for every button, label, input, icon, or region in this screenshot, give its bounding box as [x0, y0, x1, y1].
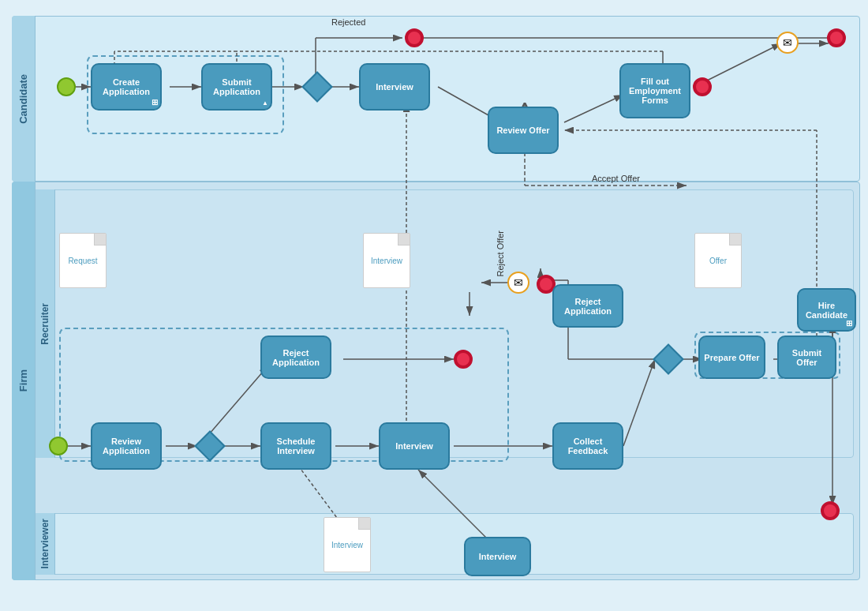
submit-offer-task[interactable]: Submit Offer	[777, 335, 836, 379]
reject-offer-label: Reject Offer	[496, 231, 505, 277]
review-application-task[interactable]: Review Application	[91, 422, 162, 470]
interviewer-lane-label: Interviewer	[36, 513, 55, 575]
review-offer-task[interactable]: Review Offer	[488, 107, 559, 154]
interview-doc-recruiter: Interview	[363, 233, 410, 288]
collect-feedback-task[interactable]: Collect Feedback	[552, 422, 623, 470]
accept-offer-label: Accept Offer	[592, 174, 640, 183]
offer-doc: Offer	[694, 233, 742, 288]
message-event-reject: ✉	[507, 272, 529, 294]
interview-doc-interviewer: Interview	[324, 517, 371, 572]
request-doc: Request	[59, 233, 107, 288]
end-event-employment	[693, 77, 712, 96]
schedule-interview-task[interactable]: Schedule Interview	[260, 422, 331, 470]
reject-application-firm-task[interactable]: Reject Application	[552, 284, 623, 328]
message-event-top: ✉	[776, 32, 799, 54]
interview-interviewer-task[interactable]: Interview	[464, 537, 531, 576]
interview-candidate-task[interactable]: Interview	[359, 63, 430, 111]
start-event-candidate[interactable]	[57, 77, 76, 96]
prepare-offer-task[interactable]: Prepare Offer	[698, 335, 765, 379]
fill-employment-task[interactable]: Fill out Employment Forms	[619, 63, 690, 118]
firm-lane-label: Firm	[12, 182, 36, 580]
recruiter-lane-label: Recruiter	[36, 189, 55, 458]
interview-firm-task[interactable]: Interview	[379, 422, 450, 470]
end-event-recruiter-reject	[454, 350, 473, 369]
submit-application-task[interactable]: Submit Application ▲	[201, 63, 272, 111]
create-application-task[interactable]: Create Application ⊞	[91, 63, 162, 111]
end-event-hire	[821, 501, 840, 520]
start-event-firm[interactable]	[49, 437, 68, 455]
hire-candidate-task[interactable]: Hire Candidate ⊞	[797, 288, 856, 332]
end-event-top-right	[827, 28, 846, 47]
rejected-label: Rejected	[331, 17, 365, 27]
diagram-container: Candidate Firm Recruiter Interviewer Cre…	[0, 0, 868, 611]
reject-application-recruiter-task[interactable]: Reject Application	[260, 335, 331, 379]
candidate-lane-label: Candidate	[12, 16, 36, 182]
end-event-rejected	[405, 28, 424, 47]
interviewer-lane-bg	[43, 513, 854, 575]
